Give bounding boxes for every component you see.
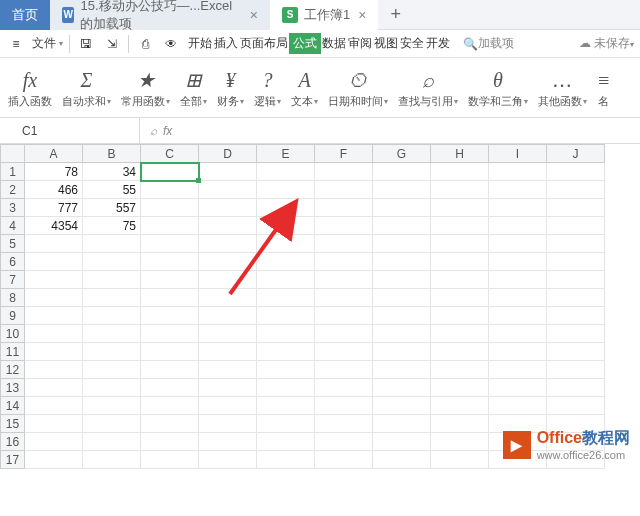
tab-doc-2[interactable]: S 工作簿1 × bbox=[270, 0, 378, 30]
cell-B6[interactable] bbox=[83, 253, 141, 271]
row-header-9[interactable]: 9 bbox=[1, 307, 25, 325]
cell-E11[interactable] bbox=[257, 343, 315, 361]
cell-D2[interactable] bbox=[199, 181, 257, 199]
menu-tab-审阅[interactable]: 审阅 bbox=[347, 33, 373, 54]
menu-tab-数据[interactable]: 数据 bbox=[321, 33, 347, 54]
save-status[interactable]: ☁ 未保存▾ bbox=[579, 35, 634, 52]
print-icon[interactable]: ⎙ bbox=[135, 34, 155, 54]
cell-D7[interactable] bbox=[199, 271, 257, 289]
cell-B1[interactable]: 34 bbox=[83, 163, 141, 181]
preview-icon[interactable]: 👁 bbox=[161, 34, 181, 54]
cell-E3[interactable] bbox=[257, 199, 315, 217]
ribbon-日期和时间[interactable]: ⏲ 日期和时间▾ bbox=[324, 58, 392, 117]
cell-E15[interactable] bbox=[257, 415, 315, 433]
ribbon-插入函数[interactable]: fx 插入函数 bbox=[4, 58, 56, 117]
cell-D1[interactable] bbox=[199, 163, 257, 181]
name-box[interactable]: C1 bbox=[0, 118, 140, 143]
cell-E5[interactable] bbox=[257, 235, 315, 253]
cell-D9[interactable] bbox=[199, 307, 257, 325]
cell-C12[interactable] bbox=[141, 361, 199, 379]
fx-search-icon[interactable]: ⌕ bbox=[150, 124, 157, 138]
menu-tab-开发[interactable]: 开发 bbox=[425, 33, 451, 54]
cell-A13[interactable] bbox=[25, 379, 83, 397]
cell-A17[interactable] bbox=[25, 451, 83, 469]
cell-E12[interactable] bbox=[257, 361, 315, 379]
row-header-11[interactable]: 11 bbox=[1, 343, 25, 361]
ribbon-逻辑[interactable]: ? 逻辑▾ bbox=[250, 58, 285, 117]
cell-G13[interactable] bbox=[373, 379, 431, 397]
cell-C14[interactable] bbox=[141, 397, 199, 415]
cell-B16[interactable] bbox=[83, 433, 141, 451]
cell-E2[interactable] bbox=[257, 181, 315, 199]
save-icon[interactable]: 🖫 bbox=[76, 34, 96, 54]
cell-C11[interactable] bbox=[141, 343, 199, 361]
cell-A7[interactable] bbox=[25, 271, 83, 289]
cell-C17[interactable] bbox=[141, 451, 199, 469]
cell-I9[interactable] bbox=[489, 307, 547, 325]
cell-B8[interactable] bbox=[83, 289, 141, 307]
cell-G15[interactable] bbox=[373, 415, 431, 433]
cell-C5[interactable] bbox=[141, 235, 199, 253]
menu-tab-页面布局[interactable]: 页面布局 bbox=[239, 33, 289, 54]
cell-A5[interactable] bbox=[25, 235, 83, 253]
cell-J13[interactable] bbox=[547, 379, 605, 397]
export-icon[interactable]: ⇲ bbox=[102, 34, 122, 54]
cell-G4[interactable] bbox=[373, 217, 431, 235]
cell-H6[interactable] bbox=[431, 253, 489, 271]
cell-D5[interactable] bbox=[199, 235, 257, 253]
ribbon-财务[interactable]: ¥ 财务▾ bbox=[213, 58, 248, 117]
cell-G14[interactable] bbox=[373, 397, 431, 415]
cell-A16[interactable] bbox=[25, 433, 83, 451]
cell-F15[interactable] bbox=[315, 415, 373, 433]
cell-G5[interactable] bbox=[373, 235, 431, 253]
cell-J11[interactable] bbox=[547, 343, 605, 361]
cell-B17[interactable] bbox=[83, 451, 141, 469]
cell-B14[interactable] bbox=[83, 397, 141, 415]
row-header-1[interactable]: 1 bbox=[1, 163, 25, 181]
row-header-12[interactable]: 12 bbox=[1, 361, 25, 379]
menu-tab-公式[interactable]: 公式 bbox=[289, 33, 321, 54]
cell-H5[interactable] bbox=[431, 235, 489, 253]
cell-H10[interactable] bbox=[431, 325, 489, 343]
col-header-H[interactable]: H bbox=[431, 145, 489, 163]
cell-B12[interactable] bbox=[83, 361, 141, 379]
cell-J1[interactable] bbox=[547, 163, 605, 181]
cell-A8[interactable] bbox=[25, 289, 83, 307]
col-header-J[interactable]: J bbox=[547, 145, 605, 163]
cell-F4[interactable] bbox=[315, 217, 373, 235]
cell-I7[interactable] bbox=[489, 271, 547, 289]
cell-G11[interactable] bbox=[373, 343, 431, 361]
cell-D15[interactable] bbox=[199, 415, 257, 433]
cell-J5[interactable] bbox=[547, 235, 605, 253]
cell-D8[interactable] bbox=[199, 289, 257, 307]
cell-G3[interactable] bbox=[373, 199, 431, 217]
cell-J10[interactable] bbox=[547, 325, 605, 343]
cell-I8[interactable] bbox=[489, 289, 547, 307]
cell-G2[interactable] bbox=[373, 181, 431, 199]
menu-tab-视图[interactable]: 视图 bbox=[373, 33, 399, 54]
cell-I5[interactable] bbox=[489, 235, 547, 253]
cell-B4[interactable]: 75 bbox=[83, 217, 141, 235]
col-header-F[interactable]: F bbox=[315, 145, 373, 163]
cell-H13[interactable] bbox=[431, 379, 489, 397]
cell-A10[interactable] bbox=[25, 325, 83, 343]
menu-tab-开始[interactable]: 开始 bbox=[187, 33, 213, 54]
cell-G7[interactable] bbox=[373, 271, 431, 289]
cell-E9[interactable] bbox=[257, 307, 315, 325]
col-header-A[interactable]: A bbox=[25, 145, 83, 163]
cell-C15[interactable] bbox=[141, 415, 199, 433]
cell-B10[interactable] bbox=[83, 325, 141, 343]
cell-F14[interactable] bbox=[315, 397, 373, 415]
cell-C7[interactable] bbox=[141, 271, 199, 289]
cell-E7[interactable] bbox=[257, 271, 315, 289]
cell-F10[interactable] bbox=[315, 325, 373, 343]
cell-G6[interactable] bbox=[373, 253, 431, 271]
search-box[interactable]: 🔍 加载项 bbox=[463, 35, 514, 52]
col-header-D[interactable]: D bbox=[199, 145, 257, 163]
ribbon-其他函数[interactable]: … 其他函数▾ bbox=[534, 58, 591, 117]
cell-D4[interactable] bbox=[199, 217, 257, 235]
cell-C10[interactable] bbox=[141, 325, 199, 343]
cell-C16[interactable] bbox=[141, 433, 199, 451]
cell-H9[interactable] bbox=[431, 307, 489, 325]
app-menu-icon[interactable]: ≡ bbox=[6, 34, 26, 54]
